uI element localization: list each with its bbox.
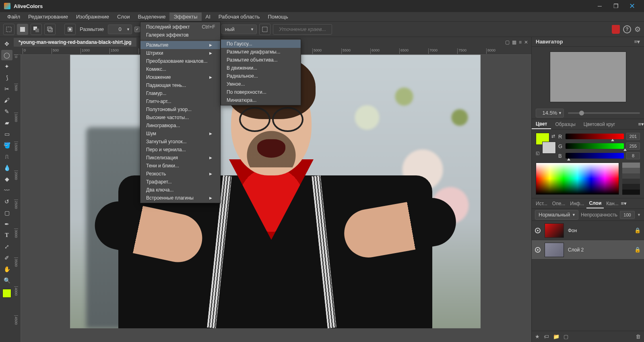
checkbox-option[interactable]: ✓ [134, 27, 140, 32]
layers-tab[interactable]: Слои [586, 199, 604, 208]
mode-dropdown[interactable]: ный▼ [221, 25, 257, 34]
menu-item[interactable]: Загнутый уголок... [140, 138, 220, 146]
layer-star-icon[interactable]: ★ [535, 334, 540, 340]
menu-item[interactable]: По Гауссу... [221, 40, 301, 48]
menu-item[interactable]: Высокие частоты... [140, 113, 220, 122]
menu-item[interactable]: Умное... [221, 80, 301, 88]
menu-слои[interactable]: Слои [113, 12, 134, 21]
refine-edges-button[interactable]: Уточнение краев... [273, 24, 332, 35]
selection-tool-icon[interactable]: ◯ [1, 50, 12, 60]
menu-item[interactable]: Размытие диафрагмы... [221, 48, 301, 56]
layer-folder-icon[interactable]: 📁 [553, 334, 559, 340]
layer-row[interactable]: Слой 2🔒 [532, 240, 644, 260]
default-colors-icon[interactable]: ◱ [536, 151, 539, 155]
layer-row[interactable]: Фон🔒 [532, 221, 644, 240]
help-icon[interactable]: ? [623, 25, 631, 33]
selection-new-icon[interactable] [3, 24, 14, 35]
menu-item[interactable]: Размытие▶ [140, 41, 220, 49]
stamp-tool-icon[interactable]: ⎍ [1, 151, 12, 162]
layer-visibility-icon[interactable] [535, 228, 541, 233]
background-swatch[interactable] [542, 142, 556, 154]
panel-menu-icon[interactable]: ≡▾ [638, 121, 644, 127]
pencil-tool-icon[interactable]: ✎ [1, 106, 12, 117]
color-tab[interactable]: Образцы [551, 120, 579, 129]
selection-mode-icon[interactable] [64, 24, 76, 35]
selection-add-icon[interactable] [17, 24, 28, 35]
menu-item[interactable]: Перо и чернила... [140, 146, 220, 154]
navigator-preview[interactable] [532, 47, 644, 107]
text-tool-icon[interactable]: T [1, 230, 12, 241]
g-value[interactable]: 255 [626, 142, 640, 150]
opacity-value[interactable]: 100 [620, 211, 635, 219]
color-tab[interactable]: Цвет [532, 119, 551, 129]
effects-menu[interactable]: Последний эффектCtrl+FГалерея эффектовРа… [140, 22, 221, 203]
menu-изображение[interactable]: Изображение [72, 12, 113, 21]
selection-intersect-icon[interactable] [44, 24, 56, 35]
doc-view-list-icon[interactable]: ≡ [519, 39, 522, 45]
menu-item[interactable]: Преобразование каналов... [140, 57, 220, 65]
g-slider[interactable] [566, 143, 624, 149]
warning-badge-icon[interactable] [612, 25, 620, 34]
menu-item[interactable]: Резкость▶ [140, 170, 220, 178]
menu-item[interactable]: Встроенные плагины▶ [140, 194, 220, 202]
menu-item[interactable]: Пикселизация▶ [140, 154, 220, 162]
history-brush-icon[interactable]: ↺ [1, 196, 12, 207]
smudge-tool-icon[interactable]: 〰 [1, 185, 12, 196]
b-value[interactable]: 8 [626, 152, 640, 159]
doc-close-icon[interactable]: ✕ [524, 39, 528, 45]
menu-item[interactable]: Комикс... [140, 65, 220, 73]
bucket-tool-icon[interactable]: 🪣 [1, 140, 12, 150]
layers-tab[interactable]: Опе... [550, 199, 568, 208]
menu-item[interactable]: Гламур... [140, 89, 220, 97]
window-maximize-button[interactable]: ❐ [608, 0, 624, 12]
doc-view-grid-icon[interactable]: ▦ [512, 39, 516, 45]
gradient-tool-icon[interactable]: ▭ [1, 129, 12, 139]
panel-menu-icon[interactable]: ≡▾ [621, 200, 627, 206]
layer-visibility-icon[interactable] [535, 247, 541, 253]
menu-выделение[interactable]: Выделение [134, 12, 170, 21]
layer-delete-icon[interactable]: 🗑 [636, 334, 641, 340]
foreground-color-chip[interactable] [2, 289, 11, 298]
menu-item[interactable]: Искажение▶ [140, 73, 220, 81]
blend-mode-dropdown[interactable]: Нормальный▼ [535, 210, 578, 220]
menu-редактирование[interactable]: Редактирование [24, 12, 72, 21]
lasso-tool-icon[interactable]: ⟆ [1, 72, 12, 83]
blur-submenu[interactable]: По Гауссу...Размытие диафрагмы...Размыти… [221, 39, 301, 105]
menu-эффекты[interactable]: Эффекты [169, 12, 201, 21]
menu-помощь[interactable]: Помощь [264, 12, 292, 21]
brush-tool-icon[interactable]: 🖌 [1, 95, 12, 105]
sharpen-tool-icon[interactable]: ◆ [1, 174, 12, 184]
menu-item[interactable]: Полутоновый узор... [140, 105, 220, 113]
menu-item[interactable]: Миниатюра... [221, 96, 301, 104]
menu-item[interactable]: Два ключа... [140, 186, 220, 194]
color-picker-tool-icon[interactable]: ✐ [1, 253, 12, 263]
menu-item[interactable]: Шум▶ [140, 130, 220, 138]
layers-tab[interactable]: Инф... [568, 199, 586, 208]
blur-tool-icon[interactable]: 💧 [1, 163, 12, 173]
menu-item[interactable]: По поверхности... [221, 88, 301, 96]
color-tab[interactable]: Цветовой круг [580, 120, 619, 129]
grayscale-strip[interactable] [622, 163, 640, 195]
window-minimize-button[interactable]: ─ [592, 0, 608, 12]
menu-item[interactable]: Падающая тень... [140, 81, 220, 89]
menu-item[interactable]: Радиальное... [221, 72, 301, 80]
panel-menu-icon[interactable]: ≡▾ [634, 39, 640, 45]
window-close-button[interactable]: ✕ [624, 0, 640, 12]
doc-view-single-icon[interactable]: ▢ [505, 39, 510, 45]
eraser-tool-icon[interactable]: ▰ [1, 117, 12, 128]
menu-item[interactable]: Последний эффектCtrl+F [140, 23, 220, 31]
document-tab[interactable]: *young-man-wearing-red-bandana-black-shi… [14, 38, 136, 47]
menu-ai[interactable]: AI [202, 12, 215, 21]
b-slider[interactable] [566, 153, 624, 159]
magic-wand-tool-icon[interactable]: ✦ [1, 61, 12, 72]
hand-tool-icon[interactable]: ✋ [1, 264, 12, 274]
lock-icon[interactable]: 🔒 [634, 247, 641, 253]
r-slider[interactable] [566, 134, 624, 139]
menu-item[interactable]: Галерея эффектов [140, 31, 220, 39]
settings-gear-icon[interactable]: ⚙ [634, 25, 641, 34]
lock-icon[interactable]: 🔒 [634, 227, 641, 233]
menu-item[interactable]: Трафарет... [140, 178, 220, 186]
menu-item[interactable]: Тени и блики... [140, 162, 220, 170]
zoom-slider[interactable] [568, 112, 640, 114]
layers-tab[interactable]: Ист... [533, 199, 550, 208]
